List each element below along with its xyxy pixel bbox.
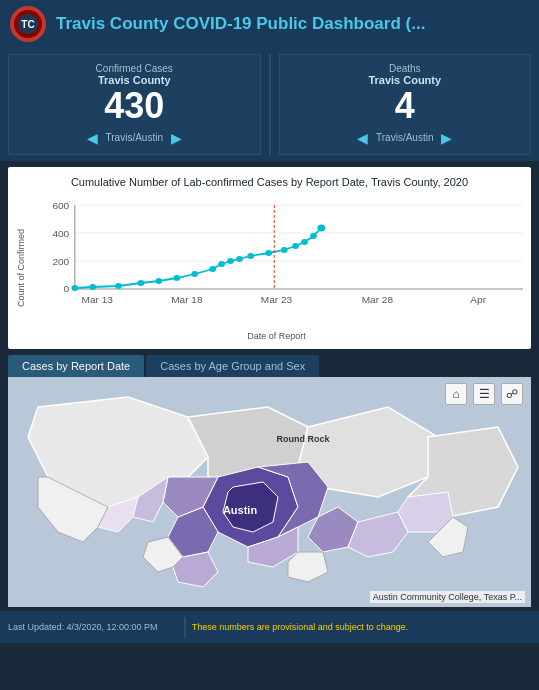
footer-divider xyxy=(184,617,186,637)
tabs-row: Cases by Report Date Cases by Age Group … xyxy=(8,355,531,377)
chart-svg: 600 400 200 0 Mar 13 Mar 18 Mar 23 Mar 2… xyxy=(30,195,523,325)
svg-point-25 xyxy=(209,266,216,272)
svg-text:Apr: Apr xyxy=(470,294,487,304)
svg-point-27 xyxy=(227,258,234,264)
logo: TC xyxy=(10,6,46,42)
chart-y-label: Count of Confirmed xyxy=(16,195,26,341)
confirmed-prev-arrow[interactable]: ◀ xyxy=(87,130,98,146)
chart-inner: 600 400 200 0 Mar 13 Mar 18 Mar 23 Mar 2… xyxy=(30,195,523,341)
map-list-icon[interactable]: ☰ xyxy=(473,383,495,405)
svg-text:TC: TC xyxy=(21,19,34,30)
deaths-next-arrow[interactable]: ▶ xyxy=(441,130,452,146)
map-layers-icon[interactable]: ☍ xyxy=(501,383,523,405)
svg-point-28 xyxy=(236,256,243,262)
svg-text:200: 200 xyxy=(52,256,69,266)
svg-point-24 xyxy=(191,271,198,277)
stats-row: Confirmed Cases Travis County 430 ◀ Trav… xyxy=(0,48,539,161)
svg-point-33 xyxy=(301,239,308,245)
svg-point-22 xyxy=(155,278,162,284)
chart-area: Count of Confirmed 600 400 200 0 Mar 13 … xyxy=(16,195,523,341)
deaths-nav-text: Travis/Austin xyxy=(376,132,433,143)
svg-text:0: 0 xyxy=(64,283,70,293)
deaths-prev-arrow[interactable]: ◀ xyxy=(357,130,368,146)
header-title: Travis County COVID-19 Public Dashboard … xyxy=(56,14,425,34)
deaths-nav: ◀ Travis/Austin ▶ xyxy=(292,130,519,146)
deaths-value: 4 xyxy=(292,86,519,126)
svg-point-26 xyxy=(218,261,225,267)
svg-point-21 xyxy=(138,280,145,286)
footer-disclaimer: These numbers are provisional and subjec… xyxy=(192,622,531,632)
stats-divider xyxy=(269,54,271,155)
svg-text:Mar 23: Mar 23 xyxy=(261,294,292,304)
svg-text:Mar 13: Mar 13 xyxy=(82,294,113,304)
deaths-card: Deaths Travis County 4 ◀ Travis/Austin ▶ xyxy=(279,54,532,155)
confirmed-cases-card: Confirmed Cases Travis County 430 ◀ Trav… xyxy=(8,54,261,155)
svg-point-32 xyxy=(292,243,299,249)
map-home-icon[interactable]: ⌂ xyxy=(445,383,467,405)
header: TC Travis County COVID-19 Public Dashboa… xyxy=(0,0,539,48)
svg-point-20 xyxy=(115,283,122,289)
svg-point-19 xyxy=(89,284,96,290)
svg-text:Mar 18: Mar 18 xyxy=(171,294,202,304)
map-section: ⌂ ☰ ☍ xyxy=(8,377,531,607)
tab-cases-report-date[interactable]: Cases by Report Date xyxy=(8,355,144,377)
svg-point-29 xyxy=(247,253,254,259)
svg-point-30 xyxy=(265,250,272,256)
svg-text:Austin: Austin xyxy=(223,504,258,516)
map-attribution: Austin Community College, Texas P... xyxy=(370,591,525,603)
confirmed-label: Confirmed Cases xyxy=(21,63,248,74)
chart-section: Cumulative Number of Lab-confirmed Cases… xyxy=(8,167,531,349)
map-icons: ⌂ ☰ ☍ xyxy=(445,383,523,405)
svg-point-31 xyxy=(281,247,288,253)
footer-last-updated: Last Updated: 4/3/2020, 12:00:00 PM xyxy=(8,622,178,632)
svg-text:Round Rock: Round Rock xyxy=(277,434,331,444)
chart-title: Cumulative Number of Lab-confirmed Cases… xyxy=(16,175,523,189)
svg-point-18 xyxy=(71,285,78,291)
confirmed-nav: ◀ Travis/Austin ▶ xyxy=(21,130,248,146)
map-svg: Austin Round Rock xyxy=(8,377,531,607)
footer: Last Updated: 4/3/2020, 12:00:00 PM Thes… xyxy=(0,611,539,643)
svg-point-23 xyxy=(173,275,180,281)
deaths-label: Deaths xyxy=(292,63,519,74)
confirmed-next-arrow[interactable]: ▶ xyxy=(171,130,182,146)
svg-text:600: 600 xyxy=(52,200,69,210)
chart-x-label: Date of Report xyxy=(30,331,523,341)
svg-text:Mar 28: Mar 28 xyxy=(362,294,393,304)
svg-text:400: 400 xyxy=(52,228,69,238)
svg-point-35 xyxy=(317,224,325,231)
confirmed-value: 430 xyxy=(21,86,248,126)
tab-cases-age-sex[interactable]: Cases by Age Group and Sex xyxy=(146,355,319,377)
confirmed-nav-text: Travis/Austin xyxy=(106,132,163,143)
svg-point-34 xyxy=(310,233,317,239)
